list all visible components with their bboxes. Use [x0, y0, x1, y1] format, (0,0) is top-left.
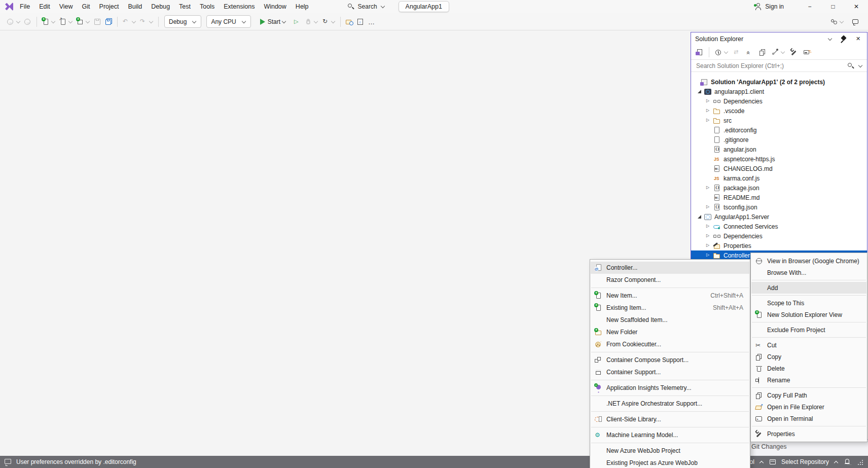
- add-submenu-item[interactable]: New Item... Ctrl+Shift+A: [591, 290, 749, 302]
- chevron-down-icon[interactable]: [313, 19, 318, 24]
- menu-bar-item[interactable]: Help: [291, 0, 313, 13]
- close-button[interactable]: ✕: [845, 0, 868, 13]
- menu-bar-item[interactable]: Test: [174, 0, 195, 13]
- add-submenu-item[interactable]: Razor Component...: [591, 274, 749, 286]
- chevron-up-icon[interactable]: [759, 459, 764, 464]
- context-menu-item[interactable]: Copy: [751, 351, 866, 363]
- toolbar-button[interactable]: [828, 17, 846, 27]
- tree-expander-icon[interactable]: [706, 233, 712, 239]
- chevron-down-icon[interactable]: [131, 19, 136, 24]
- explorer-toolbar-button[interactable]: [758, 48, 767, 57]
- explorer-toolbar-button[interactable]: [714, 48, 729, 57]
- tree-expander-icon[interactable]: [706, 127, 712, 133]
- tree-item[interactable]: package.json: [691, 183, 867, 193]
- toolbar-button[interactable]: [40, 17, 57, 27]
- tree-item[interactable]: .vscode: [691, 106, 867, 116]
- tree-expander-icon[interactable]: [706, 108, 712, 114]
- menu-bar-item[interactable]: File: [15, 0, 34, 13]
- tree-item[interactable]: Properties: [691, 241, 867, 250]
- context-menu-item[interactable]: Delete: [751, 363, 866, 374]
- solution-explorer-search[interactable]: [691, 59, 867, 72]
- add-submenu-item[interactable]: Machine Learning Model...: [591, 429, 749, 441]
- tree-item[interactable]: Connected Services: [691, 222, 867, 231]
- chevron-down-icon[interactable]: [839, 19, 844, 24]
- tree-expander-icon[interactable]: [697, 89, 703, 95]
- tree-expander-icon[interactable]: [706, 147, 712, 153]
- add-submenu-item[interactable]: Application Insights Telemetry...: [591, 382, 749, 394]
- toolbar-button[interactable]: [320, 17, 337, 27]
- maximize-button[interactable]: □: [821, 0, 845, 13]
- toolbar-button[interactable]: [22, 17, 33, 27]
- add-submenu-item[interactable]: Client-Side Library...: [591, 413, 749, 425]
- add-submenu-item[interactable]: Container Support...: [591, 366, 749, 378]
- tree-expander-icon[interactable]: [697, 214, 703, 220]
- select-repository-label[interactable]: Select Repository: [781, 458, 829, 465]
- menu-bar-item[interactable]: View: [55, 0, 78, 13]
- explorer-toolbar-button[interactable]: [802, 48, 811, 57]
- minimize-button[interactable]: −: [798, 0, 821, 13]
- menu-bar-item[interactable]: Build: [123, 0, 147, 13]
- toolbar-button[interactable]: [103, 17, 114, 27]
- context-menu-item[interactable]: Cut: [751, 339, 866, 351]
- toolbar-button[interactable]: [355, 17, 366, 27]
- chevron-down-icon[interactable]: [780, 50, 785, 55]
- resize-grip[interactable]: [856, 458, 864, 466]
- context-menu-item[interactable]: Scope to This: [751, 297, 866, 309]
- context-menu-item[interactable]: Open in File Explorer: [751, 401, 866, 413]
- toolbar-button[interactable]: [344, 17, 355, 27]
- add-submenu-item[interactable]: .NET Aspire Orchestrator Support...: [591, 398, 749, 410]
- tree-item[interactable]: Dependencies: [691, 96, 867, 106]
- tree-item[interactable]: .editorconfig: [691, 125, 867, 135]
- menu-bar-item[interactable]: Project: [95, 0, 124, 13]
- menu-bar-item[interactable]: Debug: [147, 0, 174, 13]
- chevron-down-icon[interactable]: [149, 19, 154, 24]
- chevron-down-icon[interactable]: [331, 19, 336, 24]
- menu-bar-item[interactable]: Extensions: [219, 0, 259, 13]
- chevron-down-icon[interactable]: [858, 63, 863, 68]
- menu-bar-item[interactable]: Tools: [195, 0, 219, 13]
- context-menu-item[interactable]: Copy Full Path: [751, 389, 866, 401]
- tree-item[interactable]: Solution 'AngularApp1' (2 of 2 projects): [691, 77, 867, 87]
- menu-bar-item[interactable]: Git: [78, 0, 95, 13]
- tree-expander-icon[interactable]: [706, 195, 712, 201]
- sign-in-button[interactable]: Sign in: [754, 3, 784, 11]
- toolbar-button[interactable]: [75, 17, 92, 27]
- context-menu-item[interactable]: Rename: [751, 374, 866, 386]
- tree-expander-icon[interactable]: [706, 175, 712, 182]
- context-menu-item[interactable]: Browse With...: [751, 267, 866, 278]
- tree-expander-icon[interactable]: [706, 98, 712, 104]
- toolbar-button[interactable]: [57, 17, 75, 27]
- tree-item[interactable]: .gitignore: [691, 135, 867, 145]
- search-box[interactable]: Search: [347, 3, 385, 11]
- tree-item[interactable]: angularapp1.client: [691, 87, 867, 96]
- tree-expander-icon[interactable]: [706, 166, 712, 172]
- toolbar-button[interactable]: [292, 17, 303, 27]
- explorer-toolbar-button[interactable]: [789, 48, 799, 57]
- pin-icon[interactable]: [840, 35, 848, 43]
- menu-bar-item[interactable]: Window: [259, 0, 291, 13]
- toolbar-button[interactable]: [92, 17, 103, 27]
- panel-options-chevron-icon[interactable]: [827, 37, 833, 42]
- toolbar-button[interactable]: [303, 17, 320, 27]
- toolbar-dropdown[interactable]: Any CPU: [206, 15, 250, 28]
- tree-item[interactable]: karma.conf.js: [691, 173, 867, 183]
- add-submenu-item[interactable]: Existing Item... Shift+Alt+A: [591, 302, 749, 314]
- tree-expander-icon[interactable]: [706, 185, 712, 191]
- toolbar-button[interactable]: [138, 17, 155, 27]
- tree-item[interactable]: CHANGELOG.md: [691, 164, 867, 173]
- tree-item[interactable]: angular.json: [691, 145, 867, 154]
- context-menu-item[interactable]: Open in Terminal: [751, 413, 866, 424]
- tree-item[interactable]: README.md: [691, 193, 867, 202]
- add-submenu-item[interactable]: Controller...: [591, 262, 749, 274]
- context-menu-item[interactable]: New Solution Explorer View: [751, 309, 866, 320]
- context-menu-item[interactable]: View in Browser (Google Chrome): [751, 255, 866, 267]
- tree-item[interactable]: aspnetcore-https.js: [691, 154, 867, 164]
- add-submenu-item[interactable]: Container Compose Support...: [591, 354, 749, 366]
- tree-expander-icon[interactable]: [706, 137, 712, 143]
- tree-item[interactable]: Dependencies: [691, 231, 867, 241]
- add-submenu-item[interactable]: New Scaffolded Item...: [591, 314, 749, 326]
- close-icon[interactable]: [855, 35, 863, 43]
- add-submenu-item[interactable]: From Cookiecutter...: [591, 338, 749, 350]
- context-menu-item[interactable]: Add: [751, 282, 866, 294]
- chevron-down-icon[interactable]: [16, 19, 21, 24]
